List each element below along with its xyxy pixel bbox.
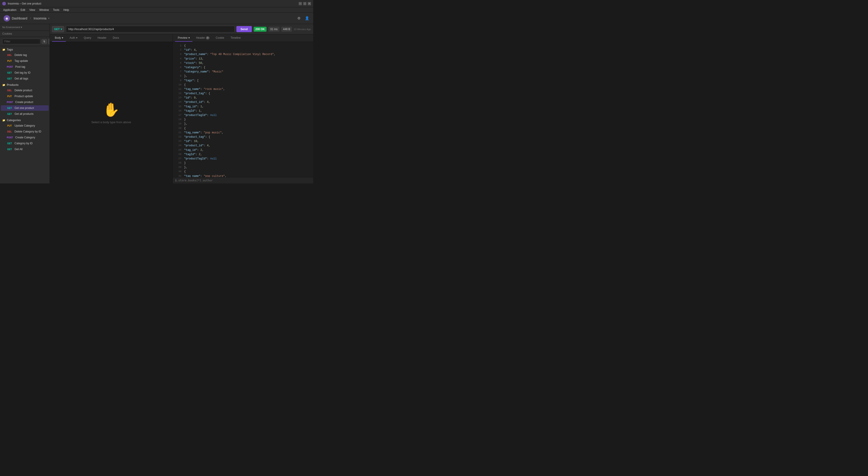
method-selector[interactable]: GET ▾ bbox=[52, 26, 64, 32]
line-text: "stock": 50, bbox=[184, 61, 204, 65]
sidebar-item-get-all-products[interactable]: GET Get all products bbox=[1, 111, 49, 117]
sidebar-item-create-product[interactable]: POST Create product bbox=[1, 99, 49, 105]
code-line: 10 { bbox=[173, 83, 313, 87]
sidebar-section-categories[interactable]: 📁 Categories bbox=[0, 117, 50, 123]
sort-button[interactable]: ⇅ bbox=[42, 39, 47, 44]
line-number: 23 bbox=[175, 139, 181, 144]
sidebar-item-category-by-id[interactable]: GET Category by ID bbox=[1, 140, 49, 146]
line-number: 1 bbox=[175, 44, 181, 48]
code-line: 17 "productTagId": null bbox=[173, 113, 313, 118]
menu-edit[interactable]: Edit bbox=[19, 8, 27, 12]
method-badge-put: PUT bbox=[6, 60, 13, 63]
menubar: Application Edit View Window Tools Help bbox=[0, 7, 313, 13]
sidebar-item-get-all-tags[interactable]: GET Get all tags bbox=[1, 76, 49, 81]
code-line: 1{ bbox=[173, 44, 313, 48]
sidebar-item-post-tag[interactable]: POST Post tag bbox=[1, 64, 49, 69]
app-logo-small bbox=[2, 2, 6, 5]
tab-docs[interactable]: Docs bbox=[110, 34, 122, 42]
line-number: 25 bbox=[175, 148, 181, 152]
code-line: 6 "category": { bbox=[173, 65, 313, 70]
line-text: } bbox=[184, 161, 186, 165]
user-icon[interactable]: 👤 bbox=[305, 16, 310, 21]
project-label[interactable]: Insomnia bbox=[33, 17, 46, 20]
main-area: No Environment ▾ Cookies ⇅ + 📁 Tags DEL … bbox=[0, 24, 313, 183]
line-text: "category": { bbox=[184, 65, 206, 70]
sidebar-item-delete-category[interactable]: DEL Delete Category by ID bbox=[1, 129, 49, 134]
response-tabs: Preview ▾ Header 7 Cookie Timeline bbox=[173, 34, 313, 42]
tab-timeline[interactable]: Timeline bbox=[228, 34, 243, 42]
code-line: 4 "price": 13, bbox=[173, 57, 313, 61]
filter-input[interactable] bbox=[2, 39, 40, 44]
url-input[interactable] bbox=[66, 26, 235, 32]
add-button[interactable]: + bbox=[48, 39, 50, 44]
code-line: 26 "tagId": 2, bbox=[173, 152, 313, 157]
app-header-right: ⚙ 👤 bbox=[297, 16, 310, 21]
tab-cookie[interactable]: Cookie bbox=[213, 34, 227, 42]
line-number: 5 bbox=[175, 61, 181, 65]
sidebar-section-tags[interactable]: 📁 Tags bbox=[0, 46, 50, 52]
app-logo: ◉ bbox=[4, 15, 10, 22]
jsonpath-input[interactable] bbox=[175, 179, 311, 182]
request-bar: GET ▾ Send 200 OK 31 ms 448 B 10 Minutes… bbox=[50, 24, 313, 34]
line-number: 12 bbox=[175, 92, 181, 96]
line-text: "product_tag": { bbox=[184, 135, 210, 139]
tab-auth[interactable]: Auth ▾ bbox=[67, 34, 80, 42]
method-badge-del: DEL bbox=[6, 89, 13, 92]
sidebar-item-tag-update[interactable]: PUT Tag update bbox=[1, 58, 49, 64]
code-line: 20 { bbox=[173, 126, 313, 131]
sidebar-item-product-update[interactable]: PUT Product update bbox=[1, 94, 49, 99]
sidebar-section-products[interactable]: 📁 Products bbox=[0, 82, 50, 87]
tab-body[interactable]: Body ▾ bbox=[52, 34, 66, 42]
titlebar-controls[interactable]: ─ □ ✕ bbox=[299, 2, 311, 5]
settings-icon[interactable]: ⚙ bbox=[297, 16, 302, 21]
close-button[interactable]: ✕ bbox=[308, 2, 311, 5]
line-text: "tag_name": "pop music", bbox=[184, 131, 223, 135]
chevron-down-icon: ▾ bbox=[76, 36, 78, 39]
menu-window[interactable]: Window bbox=[37, 8, 51, 12]
line-number: 20 bbox=[175, 126, 181, 131]
line-text: { bbox=[184, 83, 186, 87]
line-text: "tag_id": 2, bbox=[184, 148, 204, 152]
tab-preview[interactable]: Preview ▾ bbox=[175, 34, 192, 42]
maximize-button[interactable]: □ bbox=[303, 2, 306, 5]
line-number: 4 bbox=[175, 57, 181, 61]
sidebar-item-get-all[interactable]: GET Get All bbox=[1, 147, 49, 152]
menu-application[interactable]: Application bbox=[1, 8, 18, 12]
menu-view[interactable]: View bbox=[27, 8, 37, 12]
line-number: 21 bbox=[175, 131, 181, 135]
minimize-button[interactable]: ─ bbox=[299, 2, 302, 5]
code-line: 12 "product_tag": { bbox=[173, 92, 313, 96]
menu-tools[interactable]: Tools bbox=[51, 8, 61, 12]
body-tabs: Body ▾ Auth ▾ Query Header Docs bbox=[50, 34, 173, 42]
no-environment-selector[interactable]: No Environment ▾ bbox=[2, 26, 22, 29]
code-line: 18 } bbox=[173, 118, 313, 122]
line-text: "price": 13, bbox=[184, 57, 204, 61]
line-text: { bbox=[184, 44, 186, 48]
dashboard-label[interactable]: Dashboard bbox=[12, 17, 27, 20]
send-button[interactable]: Send bbox=[237, 26, 252, 32]
line-text: "productTagId": null bbox=[184, 157, 217, 161]
sidebar-item-get-one-product[interactable]: GET Get one product bbox=[1, 105, 49, 111]
sidebar-item-create-category[interactable]: POST Create Category bbox=[1, 135, 49, 140]
line-text: }, bbox=[184, 165, 187, 169]
menu-help[interactable]: Help bbox=[62, 8, 71, 12]
sidebar-item-delete-tag[interactable]: DEL Delete tag bbox=[1, 52, 49, 58]
line-text: "tag_id": 1, bbox=[184, 105, 204, 109]
tab-query[interactable]: Query bbox=[81, 34, 94, 42]
method-badge-get: GET bbox=[6, 142, 13, 145]
sidebar-item-update-category[interactable]: PUT Update Category bbox=[1, 123, 49, 128]
sidebar-item-delete-product[interactable]: DEL Delete product bbox=[1, 88, 49, 93]
line-number: 10 bbox=[175, 83, 181, 87]
line-number: 6 bbox=[175, 65, 181, 70]
line-number: 17 bbox=[175, 113, 181, 118]
chevron-down-icon[interactable]: ▾ bbox=[48, 17, 50, 20]
code-line: 8 }, bbox=[173, 74, 313, 78]
tab-header[interactable]: Header bbox=[95, 34, 109, 42]
timestamp: 10 Minutes Ago bbox=[294, 28, 311, 31]
line-number: 8 bbox=[175, 74, 181, 78]
sidebar-item-get-tag-by-id[interactable]: GET Get tag by ID bbox=[1, 70, 49, 75]
tab-response-header[interactable]: Header 7 bbox=[193, 34, 212, 42]
cookies-button[interactable]: Cookies bbox=[0, 31, 50, 37]
line-number: 15 bbox=[175, 105, 181, 109]
content-area: GET ▾ Send 200 OK 31 ms 448 B 10 Minutes… bbox=[50, 24, 313, 183]
